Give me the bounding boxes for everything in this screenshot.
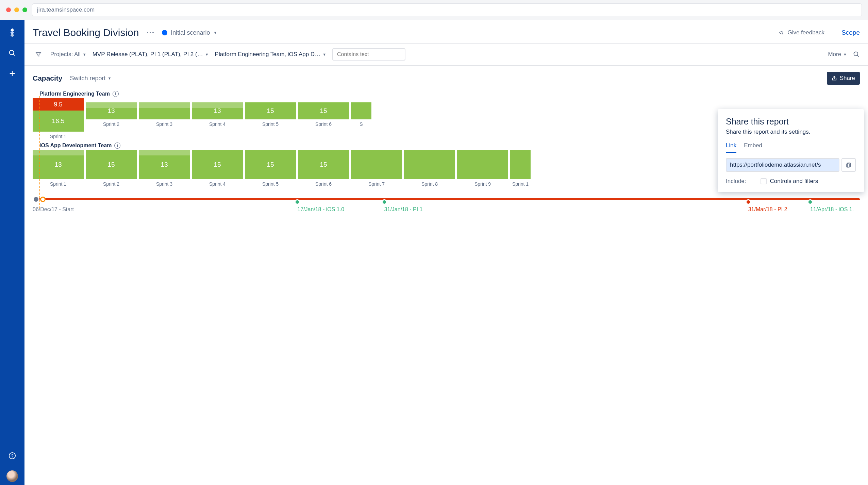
switch-report[interactable]: Switch report ▼	[70, 75, 112, 82]
sprint-label: Sprint 2	[86, 121, 137, 127]
search-icon[interactable]	[853, 51, 860, 58]
more-filters-label: More	[828, 51, 841, 58]
close-window-icon[interactable]	[6, 7, 11, 12]
svg-text:?: ?	[11, 453, 13, 458]
chevron-down-icon: ▼	[83, 52, 86, 56]
sprint-column: 15Sprint 4	[192, 150, 243, 187]
sprint-column: 13Sprint 3	[139, 150, 190, 187]
share-button-label: Share	[840, 75, 855, 82]
browser-chrome: jira.teamsinspace.com	[0, 0, 868, 20]
timeline-track[interactable]	[33, 197, 860, 202]
today-marker	[39, 96, 40, 208]
tab-link[interactable]: Link	[726, 142, 736, 153]
share-url-input[interactable]	[726, 158, 839, 172]
filter-icon[interactable]	[33, 49, 44, 60]
search-icon[interactable]	[6, 47, 18, 59]
report-header: Capacity Switch report ▼ Share	[24, 66, 868, 91]
sprint-label: Sprint 6	[298, 181, 349, 187]
milestone-label: 17/Jan/18 - iOS 1.0	[297, 206, 344, 213]
sprint-column: Sprint 1	[510, 150, 531, 187]
sprint-column: 15Sprint 6	[298, 150, 349, 187]
capacity-bar	[510, 150, 531, 179]
sprint-label: Sprint 5	[245, 181, 296, 187]
sprint-label: Sprint 3	[139, 121, 190, 127]
page-header: Travel Booking Division Initial scenario…	[24, 27, 868, 44]
scenario-label: Initial scenario	[171, 29, 210, 36]
sprint-label: Sprint 1	[33, 181, 84, 187]
projects-filter[interactable]: Projects: All ▼	[50, 51, 86, 58]
capacity-bar: 15	[245, 102, 296, 119]
sprint-column: Sprint 8	[404, 150, 455, 187]
jira-logo-icon[interactable]	[6, 27, 18, 38]
capacity-bar: 15	[192, 150, 243, 179]
info-icon[interactable]: i	[113, 91, 119, 97]
tab-embed[interactable]: Embed	[744, 142, 762, 153]
search-input[interactable]	[332, 48, 405, 61]
share-button[interactable]: Share	[827, 72, 860, 85]
scope-link[interactable]: Scope	[841, 29, 860, 36]
capacity-bar	[351, 150, 402, 179]
global-nav: ?	[0, 20, 24, 485]
sprint-label: Sprint 9	[457, 181, 508, 187]
sprint-column: 13Sprint 2	[86, 98, 137, 139]
main-content: Travel Booking Division Initial scenario…	[24, 20, 868, 485]
scenario-selector[interactable]: Initial scenario ▼	[162, 29, 217, 36]
sprint-column: 15Sprint 6	[298, 98, 349, 139]
capacity-bar: 13	[139, 150, 190, 179]
url-bar[interactable]: jira.teamsinspace.com	[32, 3, 862, 16]
feedback-link[interactable]: Give feedback	[779, 29, 824, 36]
chevron-down-icon: ▼	[108, 76, 112, 80]
capacity-value: 16.5	[52, 117, 65, 125]
milestone-label: 11/Apr/18 - iOS 1.	[810, 206, 854, 213]
milestone-labels: 06/Dec/17 - Start17/Jan/18 - iOS 1.031/J…	[33, 206, 860, 215]
capacity-value: 15	[320, 161, 327, 168]
svg-rect-9	[847, 164, 850, 167]
sprint-label: S	[351, 121, 371, 127]
svg-point-0	[10, 50, 14, 55]
teams-filter-label: Platform Engineering Team, iOS App D…	[215, 51, 321, 58]
timeline-today-handle[interactable]	[40, 197, 46, 202]
timeline: 06/Dec/17 - Start17/Jan/18 - iOS 1.031/J…	[24, 190, 868, 215]
create-icon[interactable]	[6, 68, 18, 79]
releases-filter[interactable]: MVP Release (PLAT), PI 1 (PLAT), PI 2 (……	[93, 51, 209, 58]
include-controls-label: Controls and filters	[770, 178, 818, 185]
megaphone-icon	[779, 30, 785, 36]
milestone-marker[interactable]	[295, 199, 300, 205]
share-tabs: Link Embed	[726, 142, 856, 153]
teams-filter[interactable]: Platform Engineering Team, iOS App D… ▼	[215, 51, 326, 58]
sprint-column: 15Sprint 5	[245, 150, 296, 187]
sprint-column: 9.516.5Sprint 1	[33, 98, 84, 139]
share-panel-title: Share this report	[726, 117, 856, 127]
report-title: Capacity	[33, 74, 63, 82]
page-title: Travel Booking Division	[33, 27, 139, 38]
milestone-marker[interactable]	[746, 199, 751, 205]
share-panel-subtitle: Share this report and its settings.	[726, 129, 856, 135]
window-controls	[6, 7, 27, 12]
more-filters[interactable]: More ▼	[828, 51, 847, 58]
more-actions-icon[interactable]	[146, 31, 155, 35]
checkbox[interactable]	[761, 178, 767, 184]
milestone-label: 31/Jan/18 - PI 1	[384, 206, 423, 213]
scenario-status-icon	[162, 30, 167, 35]
milestone-marker[interactable]	[382, 199, 387, 205]
maximize-window-icon[interactable]	[22, 7, 27, 12]
capacity-value: 15	[107, 161, 115, 168]
minimize-window-icon[interactable]	[14, 7, 19, 12]
milestone-marker[interactable]	[807, 199, 813, 205]
copy-button[interactable]	[841, 158, 856, 172]
include-controls-option[interactable]: Controls and filters	[761, 178, 818, 185]
sprint-column: S	[351, 98, 371, 139]
capacity-bar	[139, 102, 190, 119]
capacity-bar: 13	[86, 102, 137, 119]
capacity-value: 15	[320, 107, 327, 115]
timeline-line	[37, 198, 860, 200]
capacity-value: 15	[267, 107, 274, 115]
timeline-start-handle[interactable]	[33, 196, 39, 203]
help-icon[interactable]: ?	[6, 450, 18, 462]
filter-bar: Projects: All ▼ MVP Release (PLAT), PI 1…	[24, 44, 868, 66]
capacity-bar	[457, 150, 508, 179]
info-icon[interactable]: i	[114, 143, 120, 149]
sprint-column: 15Sprint 2	[86, 150, 137, 187]
user-avatar[interactable]	[6, 470, 18, 482]
capacity-bar: 15	[298, 102, 349, 119]
